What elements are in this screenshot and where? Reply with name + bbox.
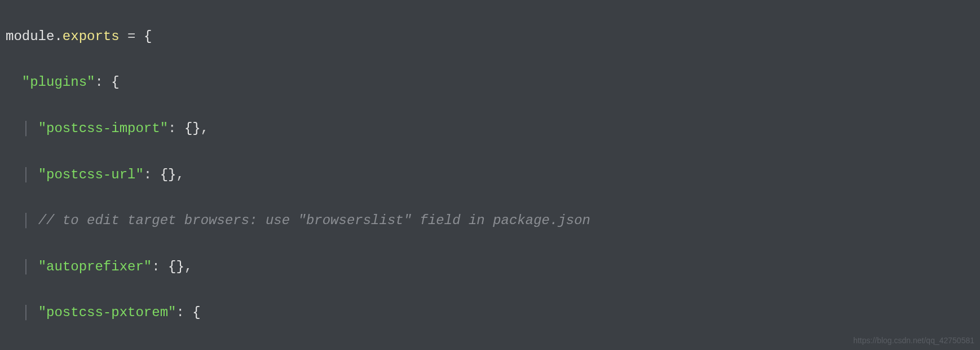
token-dot: . <box>54 29 62 44</box>
code-line-4: │ "postcss-url": {}, <box>0 164 980 187</box>
code-line-8: │ │ "rootValue": 32, <box>0 348 980 350</box>
token-brace: { <box>111 75 119 90</box>
token-colon: : <box>152 259 168 274</box>
indent: │ <box>6 213 38 228</box>
token-value: {} <box>184 121 201 136</box>
token-brace: { <box>192 305 200 320</box>
token-value: {} <box>168 259 184 274</box>
indent <box>6 75 22 90</box>
token-key: "postcss-import" <box>38 121 168 136</box>
token-equals: = <box>120 29 144 44</box>
code-line-6: │ "autoprefixer": {}, <box>0 256 980 279</box>
code-line-1: module.exports = { <box>0 25 980 49</box>
token-comment: // to edit target browsers: use "browser… <box>38 213 590 228</box>
code-line-2: "plugins": { <box>0 71 980 94</box>
indent: │ <box>6 121 38 136</box>
code-line-5: │ // to edit target browsers: use "brows… <box>0 209 980 233</box>
indent: │ <box>6 167 38 182</box>
token-module: module <box>6 29 54 44</box>
indent: │ <box>6 305 38 320</box>
token-key: "postcss-pxtorem" <box>38 305 176 320</box>
token-comma: , <box>176 167 184 182</box>
token-colon: : <box>95 75 111 90</box>
code-line-7: │ "postcss-pxtorem": { <box>0 301 980 325</box>
code-line-3: │ "postcss-import": {}, <box>0 117 980 141</box>
token-value: {} <box>160 167 176 182</box>
token-brace: { <box>144 29 152 44</box>
code-editor[interactable]: module.exports = { "plugins": { │ "postc… <box>0 2 980 350</box>
token-key: "autoprefixer" <box>38 259 152 274</box>
token-colon: : <box>168 121 184 136</box>
watermark: https://blog.csdn.net/qq_42750581 <box>853 334 974 348</box>
token-colon: : <box>176 305 192 320</box>
token-exports: exports <box>63 29 120 44</box>
token-key: "plugins" <box>22 75 95 90</box>
token-comma: , <box>184 259 192 274</box>
indent: │ <box>6 259 38 274</box>
token-comma: , <box>201 121 209 136</box>
token-colon: : <box>144 167 160 182</box>
token-key: "postcss-url" <box>38 167 144 182</box>
